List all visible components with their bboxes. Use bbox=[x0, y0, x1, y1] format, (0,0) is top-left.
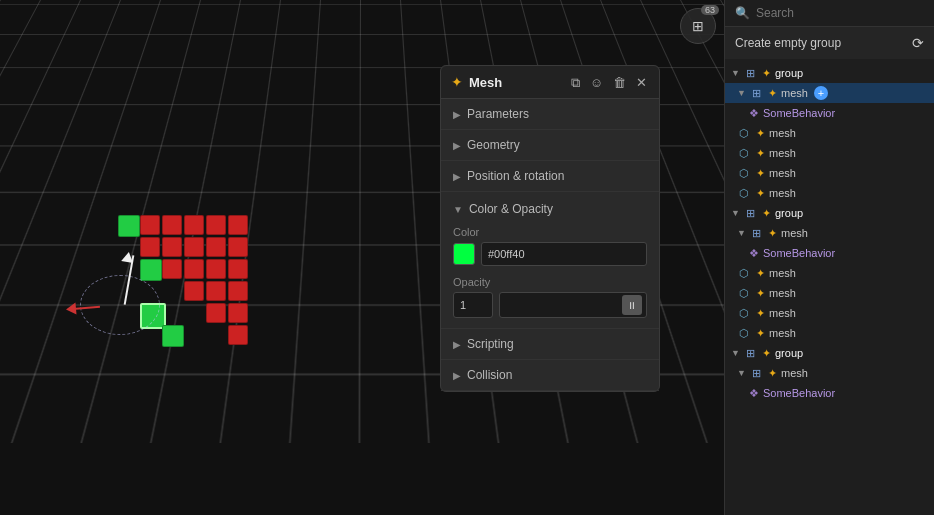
collision-chevron: ▶ bbox=[453, 370, 461, 381]
mesh11-mesh-icon: ✦ bbox=[765, 367, 779, 380]
x-axis-arrowhead bbox=[65, 303, 76, 316]
parameters-section[interactable]: ▶ Parameters bbox=[441, 99, 659, 130]
cube-red bbox=[206, 303, 226, 323]
position-chevron: ▶ bbox=[453, 171, 461, 182]
layers-button[interactable]: ⊞ 63 bbox=[680, 8, 716, 44]
geometry-label: Geometry bbox=[467, 138, 520, 152]
scene-objects bbox=[60, 155, 380, 435]
mesh4-label: mesh bbox=[769, 167, 796, 179]
mesh5-mesh-icon: ✦ bbox=[753, 187, 767, 200]
tree-mesh-2[interactable]: ⬡ ✦ mesh bbox=[725, 123, 934, 143]
mesh8-link-icon: ⬡ bbox=[737, 287, 751, 300]
cube-red bbox=[140, 215, 160, 235]
mesh-panel: ✦ Mesh ⧉ ☺ 🗑 ✕ ▶ Parameters ▶ Geometry ▶… bbox=[440, 65, 660, 392]
emoji-button[interactable]: ☺ bbox=[588, 76, 605, 89]
mesh1-delete-btn[interactable]: 🗑 bbox=[913, 87, 928, 100]
mesh5-label: mesh bbox=[769, 187, 796, 199]
color-input[interactable] bbox=[481, 242, 647, 266]
mesh1-add-button[interactable]: + bbox=[814, 86, 828, 100]
cube-red bbox=[184, 215, 204, 235]
3d-viewport[interactable]: ⊞ 63 ✦ Mesh ⧉ ☺ 🗑 ✕ ▶ Parameters ▶ Geome… bbox=[0, 0, 724, 515]
behavior1-icon: ❖ bbox=[747, 107, 761, 120]
tree-mesh-3[interactable]: ⬡ ✦ mesh bbox=[725, 143, 934, 163]
mesh4-link-icon: ⬡ bbox=[737, 167, 751, 180]
opacity-slider-container[interactable]: ⏸ bbox=[499, 292, 647, 318]
cube-red bbox=[228, 237, 248, 257]
mesh1-label: mesh bbox=[781, 87, 808, 99]
mesh1-layers-icon: ⊞ bbox=[749, 87, 763, 100]
opacity-pause-button[interactable]: ⏸ bbox=[622, 295, 642, 315]
tree-group-1[interactable]: ▼ ⊞ ✦ group bbox=[725, 63, 934, 83]
delete-button[interactable]: 🗑 bbox=[611, 76, 628, 89]
tree-group-3[interactable]: ▼ ⊞ ✦ group bbox=[725, 343, 934, 363]
tree-mesh-10[interactable]: ⬡ ✦ mesh bbox=[725, 323, 934, 343]
color-opacity-header[interactable]: ▼ Color & Opacity bbox=[453, 202, 647, 216]
group3-mesh-icon: ✦ bbox=[759, 347, 773, 360]
mesh7-link-icon: ⬡ bbox=[737, 267, 751, 280]
opacity-row: ⏸ bbox=[453, 292, 647, 318]
group2-mesh-icon: ✦ bbox=[759, 207, 773, 220]
position-label: Position & rotation bbox=[467, 169, 564, 183]
color-opacity-section: ▼ Color & Opacity Color Opacity ⏸ bbox=[441, 192, 659, 329]
tree-mesh-8[interactable]: ⬡ ✦ mesh bbox=[725, 283, 934, 303]
tree-behavior-3[interactable]: ❖ SomeBehavior bbox=[725, 383, 934, 403]
tree-mesh-4[interactable]: ⬡ ✦ mesh bbox=[725, 163, 934, 183]
mesh9-link-icon: ⬡ bbox=[737, 307, 751, 320]
search-input[interactable] bbox=[756, 6, 924, 20]
group1-layers-icon: ⊞ bbox=[743, 67, 757, 80]
behavior3-icon: ❖ bbox=[747, 387, 761, 400]
cube-red bbox=[206, 237, 226, 257]
cube-red bbox=[184, 281, 204, 301]
mesh10-link-icon: ⬡ bbox=[737, 327, 751, 340]
create-group-button[interactable]: Create empty group ⟳ bbox=[725, 27, 934, 59]
scripting-section[interactable]: ▶ Scripting bbox=[441, 329, 659, 360]
search-icon: 🔍 bbox=[735, 6, 750, 20]
cube-red bbox=[228, 281, 248, 301]
mesh11-chevron: ▼ bbox=[737, 368, 747, 378]
mesh6-chevron: ▼ bbox=[737, 228, 747, 238]
mesh7-label: mesh bbox=[769, 267, 796, 279]
mesh6-layers-icon: ⊞ bbox=[749, 227, 763, 240]
position-rotation-section[interactable]: ▶ Position & rotation bbox=[441, 161, 659, 192]
copy-button[interactable]: ⧉ bbox=[569, 76, 582, 89]
tree-mesh-6[interactable]: ▼ ⊞ ✦ mesh bbox=[725, 223, 934, 243]
scripting-chevron: ▶ bbox=[453, 339, 461, 350]
search-bar: 🔍 bbox=[725, 0, 934, 27]
mesh4-mesh-icon: ✦ bbox=[753, 167, 767, 180]
tree-behavior-1[interactable]: ❖ SomeBehavior bbox=[725, 103, 934, 123]
mesh8-mesh-icon: ✦ bbox=[753, 287, 767, 300]
geometry-chevron: ▶ bbox=[453, 140, 461, 151]
group1-label: group bbox=[775, 67, 803, 79]
opacity-number-input[interactable] bbox=[453, 292, 493, 318]
mesh3-mesh-icon: ✦ bbox=[753, 147, 767, 160]
close-button[interactable]: ✕ bbox=[634, 76, 649, 89]
color-swatch[interactable] bbox=[453, 243, 475, 265]
mesh2-mesh-icon: ✦ bbox=[753, 127, 767, 140]
tree-mesh-7[interactable]: ⬡ ✦ mesh bbox=[725, 263, 934, 283]
tree-behavior-2[interactable]: ❖ SomeBehavior bbox=[725, 243, 934, 263]
mesh9-mesh-icon: ✦ bbox=[753, 307, 767, 320]
tree-group-2[interactable]: ▼ ⊞ ✦ group bbox=[725, 203, 934, 223]
behavior2-label: SomeBehavior bbox=[763, 247, 835, 259]
group3-layers-icon: ⊞ bbox=[743, 347, 757, 360]
behavior3-label: SomeBehavior bbox=[763, 387, 835, 399]
parameters-label: Parameters bbox=[467, 107, 529, 121]
tree-mesh-1[interactable]: ▼ ⊞ ✦ mesh + ⚙ 🗑 bbox=[725, 83, 934, 103]
tree-mesh-5[interactable]: ⬡ ✦ mesh bbox=[725, 183, 934, 203]
cube-red bbox=[206, 259, 226, 279]
geometry-section[interactable]: ▶ Geometry bbox=[441, 130, 659, 161]
mesh6-mesh-icon: ✦ bbox=[765, 227, 779, 240]
mesh10-mesh-icon: ✦ bbox=[753, 327, 767, 340]
mesh1-settings-btn[interactable]: ⚙ bbox=[895, 87, 909, 100]
cube-red bbox=[184, 237, 204, 257]
tree-mesh-11[interactable]: ▼ ⊞ ✦ mesh bbox=[725, 363, 934, 383]
mesh1-chevron: ▼ bbox=[737, 88, 747, 98]
scene-tree[interactable]: ▼ ⊞ ✦ group ▼ ⊞ ✦ mesh + ⚙ 🗑 ❖ SomeBehav… bbox=[725, 59, 934, 515]
cube-red bbox=[162, 259, 182, 279]
tree-mesh-9[interactable]: ⬡ ✦ mesh bbox=[725, 303, 934, 323]
collision-section[interactable]: ▶ Collision bbox=[441, 360, 659, 391]
color-row bbox=[453, 242, 647, 266]
mesh3-label: mesh bbox=[769, 147, 796, 159]
cube-red bbox=[162, 237, 182, 257]
cube-red bbox=[162, 215, 182, 235]
